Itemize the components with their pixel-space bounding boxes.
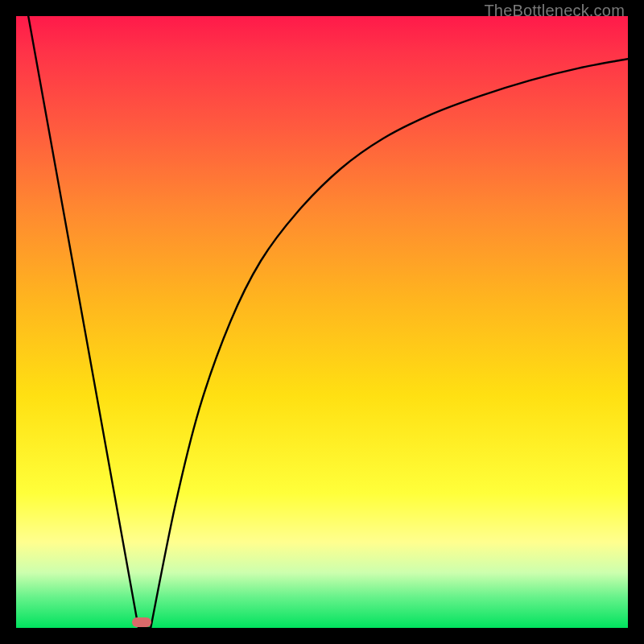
bottleneck-curve: [16, 16, 628, 628]
optimum-marker: [132, 617, 151, 627]
plot-frame: [16, 16, 628, 628]
curve-path: [28, 16, 628, 628]
watermark-text: TheBottleneck.com: [484, 2, 625, 20]
